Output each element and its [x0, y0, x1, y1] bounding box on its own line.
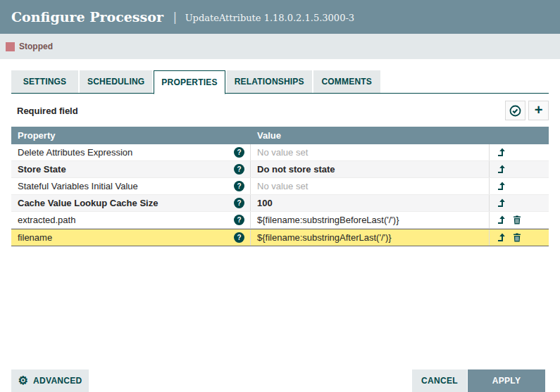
delete-icon[interactable]: [513, 215, 521, 225]
table-row[interactable]: Delete Attributes Expression?No value se…: [11, 144, 549, 161]
gear-icon: ⚙: [18, 375, 28, 386]
cancel-button-label: CANCEL: [421, 376, 458, 386]
stopped-state-icon: [6, 42, 15, 51]
go-to-parameter-icon[interactable]: [497, 182, 506, 191]
row-actions-cell: [490, 212, 549, 228]
property-cell[interactable]: Stateful Variables Initial Value?: [11, 178, 251, 194]
status-label: Stopped: [19, 42, 53, 51]
processor-name-version: UpdateAttribute 1.18.0.2.1.5.3000-3: [185, 11, 354, 23]
cancel-button[interactable]: CANCEL: [412, 369, 467, 392]
table-row[interactable]: Stateful Variables Initial Value?No valu…: [11, 178, 549, 195]
column-header-property: Property: [11, 130, 251, 141]
help-icon[interactable]: ?: [234, 215, 244, 225]
check-circle-icon: [509, 105, 521, 117]
go-to-parameter-icon[interactable]: [497, 148, 506, 157]
table-row[interactable]: Store State?Do not store state: [11, 161, 549, 178]
property-value: ${filename:substringAfterLast('/')}: [257, 232, 392, 243]
go-to-parameter-icon[interactable]: [497, 165, 506, 174]
tab-scheduling[interactable]: SCHEDULING: [80, 70, 152, 93]
go-to-parameter-icon[interactable]: [497, 233, 506, 242]
table-header-row: Property Value: [11, 127, 549, 144]
apply-button-label: APPLY: [492, 376, 521, 386]
value-cell[interactable]: 100: [251, 195, 490, 211]
property-cell[interactable]: Delete Attributes Expression?: [11, 144, 251, 160]
row-actions-cell: [490, 195, 549, 211]
new-property-button[interactable]: +: [528, 101, 549, 120]
table-body: Delete Attributes Expression?No value se…: [11, 144, 549, 246]
column-header-value: Value: [251, 130, 490, 141]
dialog-title: Configure Processor: [11, 9, 163, 25]
row-actions-cell: [490, 144, 549, 160]
property-cell[interactable]: Store State?: [11, 161, 251, 177]
verify-properties-button[interactable]: [505, 101, 525, 120]
property-value: Do not store state: [257, 164, 335, 175]
value-cell[interactable]: Do not store state: [251, 161, 490, 177]
delete-icon[interactable]: [513, 233, 521, 242]
property-cell[interactable]: filename?: [11, 229, 251, 246]
property-name: filename: [18, 232, 52, 243]
plus-icon: +: [535, 103, 543, 117]
table-row[interactable]: extracted.path?${filename:substringBefor…: [11, 212, 549, 229]
dialog-header: Configure Processor | UpdateAttribute 1.…: [0, 0, 560, 34]
value-cell[interactable]: No value set: [251, 178, 490, 194]
tab-properties[interactable]: PROPERTIES: [154, 70, 225, 94]
row-actions-cell: [490, 229, 549, 246]
property-value: 100: [257, 198, 273, 208]
title-separator: |: [173, 10, 177, 25]
property-value: No value set: [257, 181, 308, 191]
property-cell[interactable]: Cache Value Lookup Cache Size?: [11, 195, 251, 211]
tab-comments[interactable]: COMMENTS: [313, 70, 380, 93]
tab-bar: SETTINGSSCHEDULINGPROPERTIESRELATIONSHIP…: [11, 70, 549, 94]
go-to-parameter-icon[interactable]: [497, 215, 506, 225]
property-name: Stateful Variables Initial Value: [18, 181, 138, 191]
go-to-parameter-icon[interactable]: [497, 198, 506, 208]
property-name: Delete Attributes Expression: [18, 147, 132, 158]
row-actions-cell: [490, 178, 549, 194]
property-name: extracted.path: [18, 215, 75, 225]
property-name: Store State: [18, 164, 66, 175]
value-cell[interactable]: No value set: [251, 144, 490, 160]
property-value: ${filename:substringBeforeLast('/')}: [257, 215, 399, 225]
help-icon[interactable]: ?: [234, 232, 244, 243]
row-actions-cell: [490, 161, 549, 177]
configure-processor-dialog: Configure Processor | UpdateAttribute 1.…: [0, 0, 560, 392]
required-field-label: Required field: [17, 106, 78, 116]
advanced-button[interactable]: ⚙ ADVANCED: [11, 369, 89, 392]
apply-button[interactable]: APPLY: [468, 369, 545, 392]
help-icon[interactable]: ?: [234, 181, 244, 191]
value-cell[interactable]: ${filename:substringBeforeLast('/')}: [251, 212, 490, 228]
help-icon[interactable]: ?: [234, 147, 244, 158]
property-cell[interactable]: extracted.path?: [11, 212, 251, 228]
advanced-button-label: ADVANCED: [33, 376, 82, 386]
table-row[interactable]: Cache Value Lookup Cache Size?100: [11, 195, 549, 212]
value-cell[interactable]: ${filename:substringAfterLast('/')}: [251, 229, 490, 246]
table-toolbar: Required field +: [17, 101, 549, 120]
help-icon[interactable]: ?: [234, 164, 244, 175]
tab-relationships[interactable]: RELATIONSHIPS: [227, 70, 312, 93]
status-bar: Stopped: [0, 34, 560, 59]
table-row[interactable]: filename?${filename:substringAfterLast('…: [11, 229, 549, 246]
properties-table: Property Value Delete Attributes Express…: [11, 127, 549, 246]
help-icon[interactable]: ?: [234, 198, 244, 208]
property-name: Cache Value Lookup Cache Size: [18, 198, 158, 208]
tab-settings[interactable]: SETTINGS: [11, 70, 78, 93]
property-value: No value set: [257, 147, 308, 158]
